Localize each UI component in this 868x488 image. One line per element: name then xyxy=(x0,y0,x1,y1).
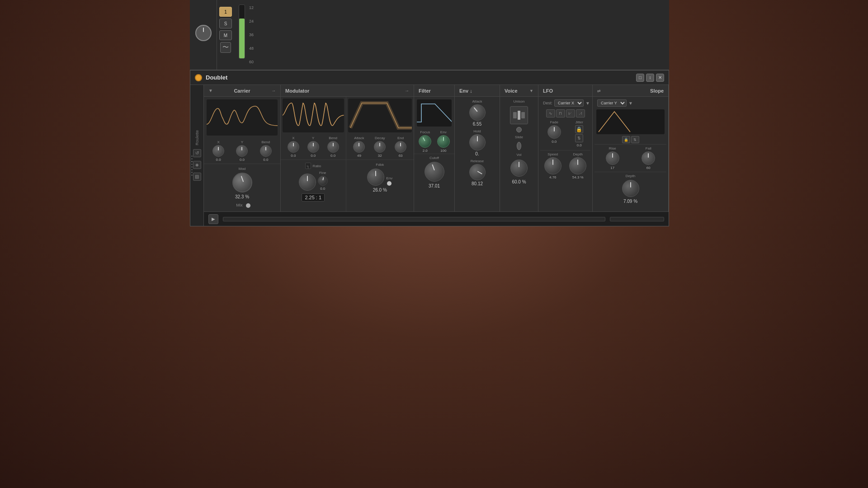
power-button[interactable] xyxy=(195,74,202,81)
mod-bend-knob[interactable] xyxy=(327,141,339,153)
fader-label-12: 12 xyxy=(249,5,254,10)
close-btn[interactable]: ✕ xyxy=(656,74,664,82)
lfo-waveform-buttons: ∿ ⊓ ⩗ ⩘ xyxy=(540,108,590,119)
slide-label: Slide xyxy=(515,135,523,139)
minimize-btn[interactable]: □ xyxy=(636,74,644,82)
mixer-buttons: 1 S M 〜 xyxy=(217,0,234,70)
icon-btn-1[interactable]: ↺ xyxy=(193,149,201,157)
voice-section: Voice ▼ Unison xyxy=(500,85,538,211)
lfo-dest-row: Dest: Carrier X ▼ xyxy=(540,99,590,108)
icon-btn-3[interactable]: ▨ xyxy=(193,173,201,181)
modulator-header: Modulator → xyxy=(281,85,414,97)
slope-header: ⇄ Slope xyxy=(593,85,668,97)
ratio-knob[interactable] xyxy=(299,174,316,191)
mixer-main-knob[interactable] xyxy=(195,25,212,41)
attack-value: 6.55 xyxy=(473,122,481,127)
slope-section: ⇄ Slope Carrier Y ▼ xyxy=(593,85,669,211)
lfo-speed-knob[interactable] xyxy=(544,157,561,174)
mod-x-knob[interactable] xyxy=(288,141,299,153)
carrier-section: ▼ Carrier → X xyxy=(204,85,281,211)
release-label: Release xyxy=(471,159,484,163)
restore-btn[interactable]: ↕ xyxy=(646,74,654,82)
roulette-label: Roulette xyxy=(195,130,199,145)
slope-display xyxy=(596,109,665,134)
lfo-depth-knob[interactable] xyxy=(569,157,586,174)
release-value: 80.12 xyxy=(472,181,483,186)
lfo-header: LFO xyxy=(538,85,592,97)
icon-btn-2[interactable]: ◈ xyxy=(193,161,201,169)
hold-knob[interactable] xyxy=(469,134,486,150)
attack-label: Attack xyxy=(472,99,482,103)
filter-display xyxy=(417,99,452,127)
attack-knob[interactable] xyxy=(469,104,486,121)
slope-fall-knob[interactable] xyxy=(642,151,655,165)
vol-knob[interactable] xyxy=(510,160,528,177)
transport-bar: ▶ xyxy=(204,211,669,226)
mod-end-knob[interactable] xyxy=(395,141,406,153)
filter-header: Filter xyxy=(414,85,454,97)
carrier-header: ▼ Carrier → xyxy=(204,85,280,97)
slide-dot[interactable] xyxy=(517,142,521,150)
mod-knob[interactable] xyxy=(232,173,252,192)
carrier-waveform xyxy=(207,99,278,136)
mod-env-knob-row: Attack 49 Decay 32 xyxy=(346,134,414,160)
play-button[interactable]: ▶ xyxy=(208,214,218,224)
fdbk-knob[interactable] xyxy=(367,169,384,186)
release-knob[interactable] xyxy=(469,164,486,180)
voice-dropdown-icon: ▼ xyxy=(529,89,533,93)
lfo-lock-icon: 🔒 xyxy=(575,125,583,133)
slope-depth-knob[interactable] xyxy=(622,180,639,197)
lfo-sync-icon: ⇅ xyxy=(575,134,583,142)
slope-depth-value: 7.09 % xyxy=(623,199,637,204)
synth-panel: Doublet □ ↕ ✕ Roulette ↺ ◈ ▨ xyxy=(190,70,669,226)
cutoff-value: 37.01 xyxy=(429,183,440,188)
header-buttons: □ ↕ ✕ xyxy=(636,74,664,82)
ratio-display: 2.25 : 1 xyxy=(302,193,325,202)
solo-btn[interactable]: S xyxy=(219,19,232,28)
mod-decay-knob[interactable] xyxy=(374,141,386,153)
filter-title: Filter xyxy=(419,88,431,94)
lfo-wave-sine[interactable]: ∿ xyxy=(546,109,555,117)
fader-track[interactable] xyxy=(239,5,245,59)
cutoff-label: Cutoff xyxy=(429,156,439,160)
track-number-btn[interactable]: 1 xyxy=(219,7,232,17)
lfo-wave-ramp[interactable]: ⩘ xyxy=(576,109,585,117)
slope-rise-knob[interactable] xyxy=(606,151,619,165)
lfo-section: LFO Dest: Carrier X ▼ xyxy=(538,85,593,211)
lfo-fade-knob[interactable] xyxy=(547,125,561,139)
lfo-title: LFO xyxy=(543,88,553,94)
carrier-bend-knob[interactable] xyxy=(260,145,272,157)
voice-header: Voice ▼ xyxy=(500,85,538,97)
mod-attack-knob[interactable] xyxy=(353,141,365,153)
mod-y-knob[interactable] xyxy=(307,141,319,153)
filter-focus-knob[interactable] xyxy=(419,135,431,148)
unison-label: Unison xyxy=(514,99,525,103)
fader-area: 12 24 36 48 60 xyxy=(234,0,258,70)
fdbk-env-dot[interactable] xyxy=(387,181,392,186)
mute-btn[interactable]: M xyxy=(219,30,232,40)
carrier-x-knob[interactable] xyxy=(212,145,224,157)
modulator-title: Modulator xyxy=(285,88,309,94)
carrier-y-group: Y 0.0 xyxy=(236,140,248,162)
ratio-label: Ratio xyxy=(313,164,321,168)
fine-knob[interactable] xyxy=(318,176,328,186)
progress-bar[interactable] xyxy=(223,217,605,221)
carrier-y-knob[interactable] xyxy=(236,145,248,157)
synth-title-area: Doublet xyxy=(195,74,227,81)
fader-label-60: 60 xyxy=(249,60,254,64)
mod-osc-knob-row: X 0.0 Y 0.0 xyxy=(281,134,346,160)
modulator-section: Modulator → xyxy=(281,85,414,211)
lfo-dest-select[interactable]: Carrier X xyxy=(554,99,584,107)
mixer-strip: 1 S M 〜 12 24 36 48 60 xyxy=(190,0,669,70)
slide-knob[interactable] xyxy=(516,127,522,132)
filter-env-knob[interactable] xyxy=(437,135,450,148)
svg-rect-1 xyxy=(513,112,517,118)
fader-labels: 12 24 36 48 60 xyxy=(249,5,254,65)
lfo-wave-square[interactable]: ⊓ xyxy=(556,109,565,117)
lfo-wave-saw[interactable]: ⩗ xyxy=(566,109,575,117)
slope-icon: ⇄ xyxy=(597,89,601,93)
cutoff-knob[interactable] xyxy=(425,162,444,182)
slope-lock-icon: 🔒 xyxy=(622,136,630,143)
synth-header: Doublet □ ↕ ✕ xyxy=(190,70,669,85)
slope-dest-select[interactable]: Carrier Y xyxy=(597,99,627,107)
